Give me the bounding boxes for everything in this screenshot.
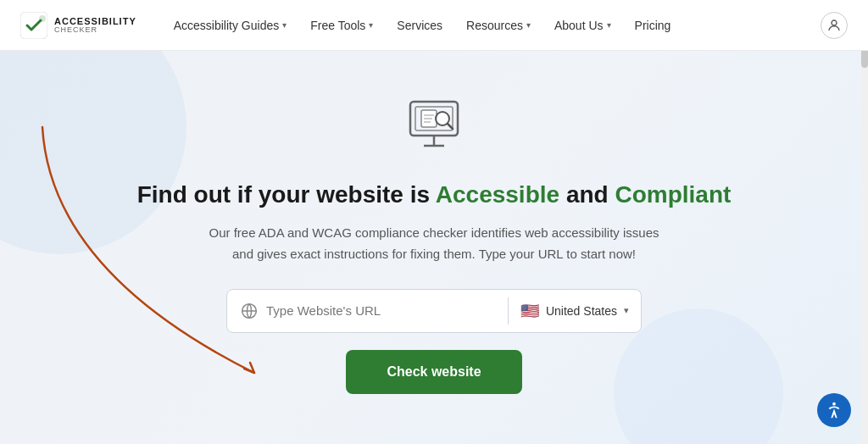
svg-point-15 [832, 402, 836, 406]
nav-item-free-tools[interactable]: Free Tools ▾ [300, 12, 383, 39]
url-input[interactable] [266, 303, 508, 318]
country-label: United States [546, 304, 617, 318]
chevron-down-icon: ▾ [624, 305, 629, 316]
chevron-down-icon: ▾ [282, 20, 287, 30]
us-flag-icon: 🇺🇸 [520, 302, 539, 320]
nav-label: Free Tools [310, 19, 365, 32]
accessibility-fab[interactable] [817, 393, 851, 427]
svg-point-1 [39, 15, 46, 22]
nav-label: About Us [554, 19, 604, 32]
nav-item-pricing[interactable]: Pricing [625, 12, 682, 39]
user-account-icon[interactable] [821, 12, 848, 39]
search-bar-container: 🇺🇸 United States ▾ [226, 289, 642, 333]
hero-subtitle: Our free ADA and WCAG compliance checker… [209, 222, 659, 265]
nav-label: Pricing [635, 19, 671, 32]
hero-title-compliant: Compliant [615, 181, 731, 208]
navbar-actions [821, 12, 848, 39]
globe-icon [227, 302, 266, 319]
nav-label: Services [397, 19, 442, 32]
logo-text: ACCESSIBILITY CHECKER [54, 16, 136, 35]
nav-item-services[interactable]: Services [387, 12, 453, 39]
hero-title-part2: and [566, 181, 615, 208]
hero-title-accessible: Accessible [436, 181, 559, 208]
svg-line-12 [448, 124, 453, 129]
nav-label: Resources [466, 19, 523, 32]
hero-section: Find out if your website is Accessible a… [0, 51, 868, 444]
nav-item-resources[interactable]: Resources ▾ [456, 12, 541, 39]
url-input-bar: 🇺🇸 United States ▾ [226, 289, 642, 333]
hero-title-part1: Find out if your website is [137, 181, 436, 208]
country-selector[interactable]: 🇺🇸 United States ▾ [509, 302, 641, 320]
logo-sub: CHECKER [54, 26, 136, 35]
main-nav: Accessibility Guides ▾ Free Tools ▾ Serv… [164, 12, 821, 39]
navbar: ACCESSIBILITY CHECKER Accessibility Guid… [0, 0, 868, 51]
nav-label: Accessibility Guides [174, 19, 280, 32]
logo-icon [20, 12, 47, 39]
hero-subtitle-line1: Our free ADA and WCAG compliance checker… [209, 225, 659, 240]
hero-title: Find out if your website is Accessible a… [137, 181, 732, 208]
logo-brand: ACCESSIBILITY [54, 16, 136, 26]
logo-link[interactable]: ACCESSIBILITY CHECKER [20, 12, 136, 39]
scrollbar-track [861, 0, 868, 444]
hero-icon-wrapper [400, 93, 468, 164]
svg-point-2 [832, 20, 837, 25]
check-website-button[interactable]: Check website [346, 350, 521, 394]
chevron-down-icon: ▾ [607, 20, 611, 30]
nav-item-about-us[interactable]: About Us ▾ [544, 12, 621, 39]
chevron-down-icon: ▾ [526, 20, 531, 30]
hero-subtitle-line2: and gives exact instructions for fixing … [232, 247, 636, 261]
website-search-icon [400, 93, 468, 161]
chevron-down-icon: ▾ [369, 20, 373, 30]
nav-item-accessibility-guides[interactable]: Accessibility Guides ▾ [164, 12, 298, 39]
